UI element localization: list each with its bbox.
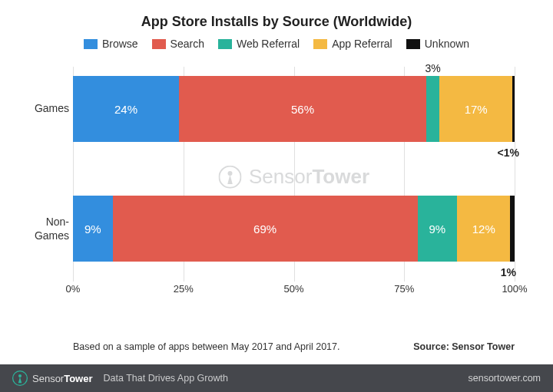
tower-icon [218,165,241,188]
x-tick: 0% [66,283,81,295]
segment-app-referral: 17% [439,76,512,142]
legend-label: Browse [102,38,138,50]
value-label: 9% [429,222,446,236]
plot-area: SensorTower Games 24% 56% 3% 17% <1% Non… [73,67,515,297]
segment-web-referral: 3% [426,76,439,142]
legend-item: Search [152,38,204,50]
svg-point-0 [219,166,240,187]
x-tick: 100% [502,283,527,295]
value-label: 17% [465,103,488,116]
segment-unknown [510,196,515,262]
source-text: Source: Sensor Tower [413,341,515,352]
chart-container: App Store Installs by Source (Worldwide)… [0,0,553,364]
value-label: 9% [84,222,101,236]
value-label: 3% [426,62,441,74]
value-label: 24% [114,103,137,116]
x-tick: 25% [174,283,194,295]
swatch-web-referral [218,39,232,49]
footnote-text: Based on a sample of apps between May 20… [73,341,339,352]
category-label: Games [23,102,69,116]
value-label: 69% [253,222,276,236]
footer-bar: SensorTower Data That Drives App Growth … [0,364,553,392]
legend-item: Web Referral [218,38,300,50]
callout-unknown: 1% [501,266,516,278]
legend-label: Web Referral [237,38,300,50]
swatch-browse [84,39,98,49]
tower-icon [12,371,28,386]
legend-item: Unknown [406,38,469,50]
segment-unknown [512,76,515,142]
category-label: Non- Games [23,216,69,242]
footnote-row: Based on a sample of apps between May 20… [73,341,515,352]
footer-tagline: Data That Drives App Growth [104,373,228,384]
legend-label: Unknown [425,38,469,50]
brand-name: SensorTower [32,373,93,384]
legend-label: Search [171,38,204,50]
segment-web-referral: 9% [418,196,458,262]
legend-item: App Referral [313,38,392,50]
value-label: 12% [472,222,495,236]
svg-point-1 [227,170,232,175]
footer-url: sensortower.com [469,373,541,384]
segment-search: 56% [179,76,426,142]
x-tick: 75% [394,283,414,295]
swatch-app-referral [313,39,327,49]
legend-label: App Referral [332,38,392,50]
chart-title: App Store Installs by Source (Worldwide) [23,14,530,30]
segment-app-referral: 12% [457,196,510,262]
swatch-unknown [406,39,420,49]
segment-browse: 9% [73,196,113,262]
legend: Browse Search Web Referral App Referral … [23,38,530,50]
callout-unknown: <1% [498,147,519,159]
bar-row-non-games: Non- Games 9% 69% 9% 12% 1% [73,196,515,262]
x-axis: 0% 25% 50% 75% 100% [73,282,515,297]
value-label: 56% [291,103,314,116]
brand: SensorTower [12,371,93,386]
segment-search: 69% [113,196,418,262]
x-tick: 50% [283,283,303,295]
gridline [515,67,515,282]
swatch-search [152,39,166,49]
segment-browse: 24% [73,76,179,142]
legend-item: Browse [84,38,138,50]
bar-row-games: Games 24% 56% 3% 17% <1% [73,76,515,142]
